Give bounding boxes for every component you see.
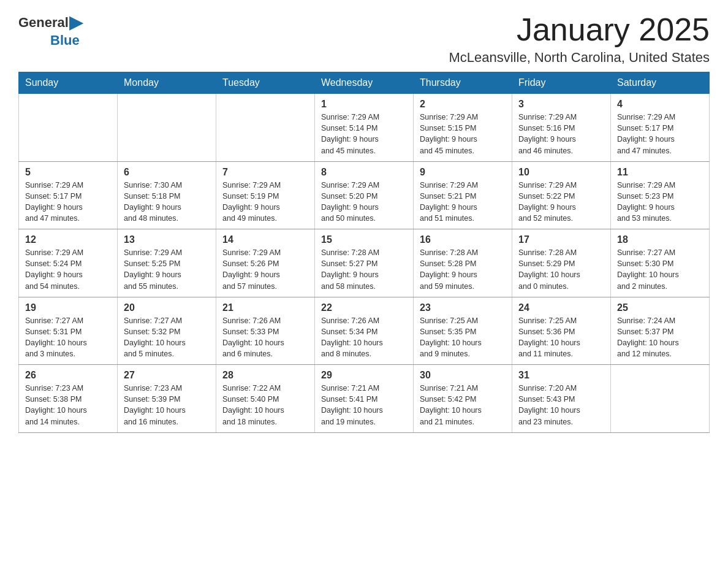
logo: General ▶ Blue — [18, 12, 83, 48]
month-title: January 2025 — [449, 12, 710, 47]
day-info: Sunrise: 7:30 AM Sunset: 5:18 PM Dayligh… — [124, 180, 210, 224]
weekday-header-wednesday: Wednesday — [315, 72, 414, 94]
day-info: Sunrise: 7:29 AM Sunset: 5:22 PM Dayligh… — [518, 180, 604, 224]
calendar-day-21: 21Sunrise: 7:26 AM Sunset: 5:33 PM Dayli… — [216, 297, 315, 365]
calendar-day-19: 19Sunrise: 7:27 AM Sunset: 5:31 PM Dayli… — [19, 297, 118, 365]
day-info: Sunrise: 7:29 AM Sunset: 5:21 PM Dayligh… — [420, 180, 506, 224]
calendar-day-13: 13Sunrise: 7:29 AM Sunset: 5:25 PM Dayli… — [118, 229, 216, 297]
weekday-header-thursday: Thursday — [414, 72, 512, 94]
calendar-day-30: 30Sunrise: 7:21 AM Sunset: 5:42 PM Dayli… — [414, 365, 512, 433]
calendar-week-row: 19Sunrise: 7:27 AM Sunset: 5:31 PM Dayli… — [19, 297, 710, 365]
calendar-day-16: 16Sunrise: 7:28 AM Sunset: 5:28 PM Dayli… — [414, 229, 512, 297]
day-number: 31 — [518, 370, 604, 381]
day-info: Sunrise: 7:29 AM Sunset: 5:26 PM Dayligh… — [222, 247, 308, 292]
day-info: Sunrise: 7:29 AM Sunset: 5:16 PM Dayligh… — [518, 112, 604, 156]
day-info: Sunrise: 7:26 AM Sunset: 5:33 PM Dayligh… — [222, 315, 308, 360]
day-number: 19 — [25, 302, 111, 313]
day-info: Sunrise: 7:27 AM Sunset: 5:32 PM Dayligh… — [124, 315, 210, 360]
day-number: 8 — [321, 167, 407, 178]
day-number: 30 — [420, 370, 506, 381]
calendar-week-row: 12Sunrise: 7:29 AM Sunset: 5:24 PM Dayli… — [19, 229, 710, 297]
day-info: Sunrise: 7:28 AM Sunset: 5:27 PM Dayligh… — [321, 247, 407, 292]
day-number: 28 — [222, 370, 308, 381]
weekday-header-friday: Friday — [512, 72, 611, 94]
day-info: Sunrise: 7:21 AM Sunset: 5:42 PM Dayligh… — [420, 383, 506, 427]
day-number: 17 — [518, 234, 604, 245]
day-info: Sunrise: 7:28 AM Sunset: 5:29 PM Dayligh… — [518, 247, 604, 292]
day-number: 2 — [420, 99, 506, 110]
day-number: 10 — [518, 167, 604, 178]
calendar-header-row: SundayMondayTuesdayWednesdayThursdayFrid… — [19, 72, 710, 94]
day-info: Sunrise: 7:29 AM Sunset: 5:17 PM Dayligh… — [25, 180, 111, 224]
day-info: Sunrise: 7:27 AM Sunset: 5:31 PM Dayligh… — [25, 315, 111, 360]
location-title: McLeansville, North Carolina, United Sta… — [449, 50, 710, 66]
day-number: 20 — [124, 302, 210, 313]
calendar-day-15: 15Sunrise: 7:28 AM Sunset: 5:27 PM Dayli… — [315, 229, 414, 297]
calendar-day-9: 9Sunrise: 7:29 AM Sunset: 5:21 PM Daylig… — [414, 161, 512, 229]
day-info: Sunrise: 7:28 AM Sunset: 5:28 PM Dayligh… — [420, 247, 506, 292]
day-number: 6 — [124, 167, 210, 178]
calendar-day-23: 23Sunrise: 7:25 AM Sunset: 5:35 PM Dayli… — [414, 297, 512, 365]
day-info: Sunrise: 7:29 AM Sunset: 5:15 PM Dayligh… — [420, 112, 506, 156]
day-number: 18 — [617, 234, 703, 245]
day-number: 22 — [321, 302, 407, 313]
calendar-week-row: 5Sunrise: 7:29 AM Sunset: 5:17 PM Daylig… — [19, 161, 710, 229]
weekday-header-tuesday: Tuesday — [216, 72, 315, 94]
day-number: 24 — [518, 302, 604, 313]
day-info: Sunrise: 7:29 AM Sunset: 5:24 PM Dayligh… — [25, 247, 111, 292]
calendar-day-empty — [216, 94, 315, 162]
calendar-day-empty — [19, 94, 118, 162]
day-number: 12 — [25, 234, 111, 245]
day-number: 11 — [617, 167, 703, 178]
logo-blue-text: Blue — [50, 33, 80, 48]
calendar-day-11: 11Sunrise: 7:29 AM Sunset: 5:23 PM Dayli… — [611, 161, 710, 229]
calendar-day-17: 17Sunrise: 7:28 AM Sunset: 5:29 PM Dayli… — [512, 229, 611, 297]
calendar-day-20: 20Sunrise: 7:27 AM Sunset: 5:32 PM Dayli… — [118, 297, 216, 365]
calendar-week-row: 1Sunrise: 7:29 AM Sunset: 5:14 PM Daylig… — [19, 94, 710, 162]
calendar-day-25: 25Sunrise: 7:24 AM Sunset: 5:37 PM Dayli… — [611, 297, 710, 365]
day-info: Sunrise: 7:29 AM Sunset: 5:23 PM Dayligh… — [617, 180, 703, 224]
calendar-day-10: 10Sunrise: 7:29 AM Sunset: 5:22 PM Dayli… — [512, 161, 611, 229]
day-info: Sunrise: 7:27 AM Sunset: 5:30 PM Dayligh… — [617, 247, 703, 292]
day-info: Sunrise: 7:29 AM Sunset: 5:19 PM Dayligh… — [222, 180, 308, 224]
day-number: 1 — [321, 99, 407, 110]
day-info: Sunrise: 7:25 AM Sunset: 5:35 PM Dayligh… — [420, 315, 506, 360]
day-info: Sunrise: 7:24 AM Sunset: 5:37 PM Dayligh… — [617, 315, 703, 360]
weekday-header-sunday: Sunday — [19, 72, 118, 94]
calendar-day-28: 28Sunrise: 7:22 AM Sunset: 5:40 PM Dayli… — [216, 365, 315, 433]
day-info: Sunrise: 7:21 AM Sunset: 5:41 PM Dayligh… — [321, 383, 407, 427]
day-number: 26 — [25, 370, 111, 381]
calendar-day-8: 8Sunrise: 7:29 AM Sunset: 5:20 PM Daylig… — [315, 161, 414, 229]
calendar-day-26: 26Sunrise: 7:23 AM Sunset: 5:38 PM Dayli… — [19, 365, 118, 433]
weekday-header-saturday: Saturday — [611, 72, 710, 94]
calendar-day-empty — [611, 365, 710, 433]
logo-general-text: General — [18, 15, 69, 31]
page-header: General ▶ Blue January 2025 McLeansville… — [18, 12, 710, 66]
day-number: 25 — [617, 302, 703, 313]
calendar-day-27: 27Sunrise: 7:23 AM Sunset: 5:39 PM Dayli… — [118, 365, 216, 433]
day-number: 27 — [124, 370, 210, 381]
day-number: 4 — [617, 99, 703, 110]
day-info: Sunrise: 7:23 AM Sunset: 5:38 PM Dayligh… — [25, 383, 111, 427]
calendar-day-7: 7Sunrise: 7:29 AM Sunset: 5:19 PM Daylig… — [216, 161, 315, 229]
day-number: 21 — [222, 302, 308, 313]
calendar-table: SundayMondayTuesdayWednesdayThursdayFrid… — [18, 72, 710, 433]
day-number: 29 — [321, 370, 407, 381]
day-info: Sunrise: 7:25 AM Sunset: 5:36 PM Dayligh… — [518, 315, 604, 360]
day-number: 23 — [420, 302, 506, 313]
calendar-day-18: 18Sunrise: 7:27 AM Sunset: 5:30 PM Dayli… — [611, 229, 710, 297]
calendar-day-3: 3Sunrise: 7:29 AM Sunset: 5:16 PM Daylig… — [512, 94, 611, 162]
day-number: 3 — [518, 99, 604, 110]
day-info: Sunrise: 7:29 AM Sunset: 5:14 PM Dayligh… — [321, 112, 407, 156]
day-number: 14 — [222, 234, 308, 245]
day-number: 7 — [222, 167, 308, 178]
calendar-day-31: 31Sunrise: 7:20 AM Sunset: 5:43 PM Dayli… — [512, 365, 611, 433]
calendar-week-row: 26Sunrise: 7:23 AM Sunset: 5:38 PM Dayli… — [19, 365, 710, 433]
calendar-day-12: 12Sunrise: 7:29 AM Sunset: 5:24 PM Dayli… — [19, 229, 118, 297]
day-number: 16 — [420, 234, 506, 245]
weekday-header-monday: Monday — [118, 72, 216, 94]
day-info: Sunrise: 7:22 AM Sunset: 5:40 PM Dayligh… — [222, 383, 308, 427]
day-info: Sunrise: 7:29 AM Sunset: 5:20 PM Dayligh… — [321, 180, 407, 224]
title-block: January 2025 McLeansville, North Carolin… — [449, 12, 710, 66]
logo-arrow-icon: ▶ — [69, 12, 83, 33]
